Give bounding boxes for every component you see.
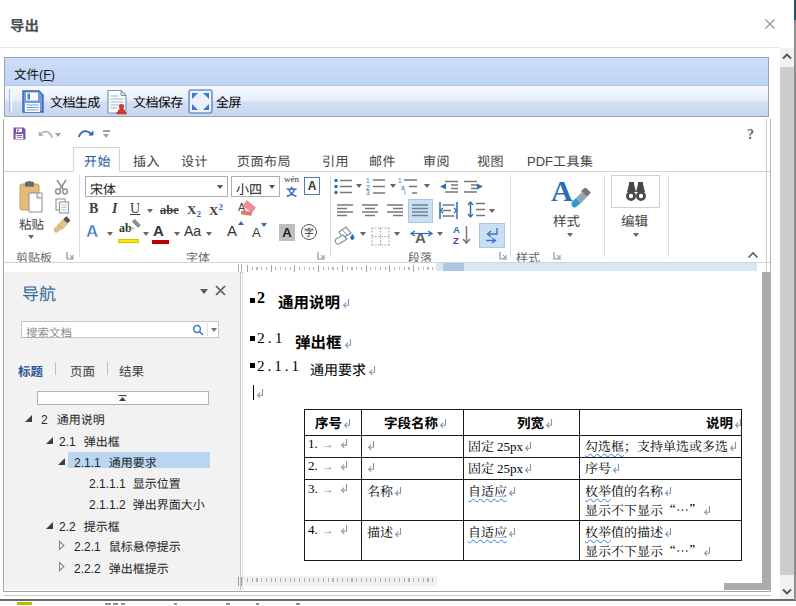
svg-text:3: 3: [366, 189, 370, 195]
svg-text:Z: Z: [453, 235, 459, 246]
svg-text:i: i: [404, 189, 405, 195]
svg-text:A: A: [453, 224, 460, 235]
svg-text:A: A: [415, 229, 426, 246]
